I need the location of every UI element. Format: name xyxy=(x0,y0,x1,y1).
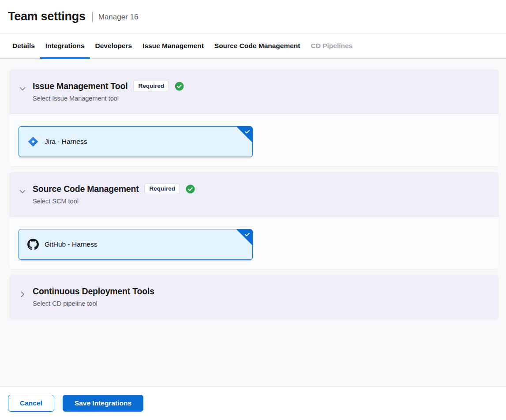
title-separator xyxy=(92,12,93,22)
tab-integrations[interactable]: Integrations xyxy=(40,34,90,58)
tool-card-label: GitHub - Harness xyxy=(45,240,97,248)
section-title: Source Code Management xyxy=(33,184,139,194)
tool-card-label: Jira - Harness xyxy=(45,138,87,146)
tab-developers[interactable]: Developers xyxy=(90,34,138,58)
tab-bar: Details Integrations Developers Issue Ma… xyxy=(0,34,506,59)
required-badge: Required xyxy=(133,81,169,91)
selected-check-icon xyxy=(244,128,251,135)
section-subtitle: Select Issue Management tool xyxy=(33,95,184,102)
tab-details[interactable]: Details xyxy=(7,34,40,58)
required-badge: Required xyxy=(144,184,180,194)
section-subtitle: Select SCM tool xyxy=(33,198,195,205)
cancel-button[interactable]: Cancel xyxy=(8,395,54,412)
integrations-panel: Issue Management Tool Required Select Is… xyxy=(0,59,506,386)
section-title-row: Issue Management Tool Required xyxy=(33,81,184,91)
section-scm-header[interactable]: Source Code Management Required Select S… xyxy=(9,172,499,217)
chevron-down-icon[interactable] xyxy=(18,84,27,94)
completed-check-icon xyxy=(186,184,195,194)
section-source-code-management: Source Code Management Required Select S… xyxy=(9,172,499,269)
section-continuous-deployment: Continuous Deployment Tools Select CD pi… xyxy=(9,275,499,319)
completed-check-icon xyxy=(175,82,184,91)
section-cd-header[interactable]: Continuous Deployment Tools Select CD pi… xyxy=(9,275,499,319)
github-icon xyxy=(27,239,39,250)
section-title-row: Continuous Deployment Tools xyxy=(33,286,154,296)
page-title: Team settings xyxy=(8,10,86,23)
save-integrations-button[interactable]: Save Integrations xyxy=(63,395,143,412)
section-issue-management-tool: Issue Management Tool Required Select Is… xyxy=(9,69,499,166)
tool-card-github[interactable]: GitHub - Harness xyxy=(19,229,253,260)
chevron-down-icon[interactable] xyxy=(18,187,27,196)
tab-cd-pipelines: CD Pipelines xyxy=(305,34,358,58)
section-scm-body: GitHub - Harness xyxy=(9,217,499,269)
footer-action-bar: Cancel Save Integrations xyxy=(0,386,506,420)
tool-card-jira[interactable]: Jira - Harness xyxy=(19,126,253,157)
section-title-row: Source Code Management Required xyxy=(33,184,195,194)
tab-issue-management[interactable]: Issue Management xyxy=(137,34,209,58)
tab-source-code-management[interactable]: Source Code Management xyxy=(209,34,306,58)
page-header: Team settings Manager 16 xyxy=(0,0,506,34)
team-settings-page: Team settings Manager 16 Details Integra… xyxy=(0,0,506,420)
section-cd-head-main: Continuous Deployment Tools Select CD pi… xyxy=(33,286,154,307)
jira-icon xyxy=(27,136,39,147)
team-name-label: Manager 16 xyxy=(98,13,139,22)
section-issue-management-head-main: Issue Management Tool Required Select Is… xyxy=(33,81,184,102)
section-issue-management-header[interactable]: Issue Management Tool Required Select Is… xyxy=(9,69,499,114)
section-issue-management-body: Jira - Harness xyxy=(9,114,499,166)
section-title: Issue Management Tool xyxy=(33,81,127,91)
section-subtitle: Select CD pipeline tool xyxy=(33,300,154,307)
chevron-right-icon[interactable] xyxy=(18,289,27,299)
section-title: Continuous Deployment Tools xyxy=(33,286,154,296)
selected-check-icon xyxy=(244,231,251,238)
section-scm-head-main: Source Code Management Required Select S… xyxy=(33,184,195,205)
